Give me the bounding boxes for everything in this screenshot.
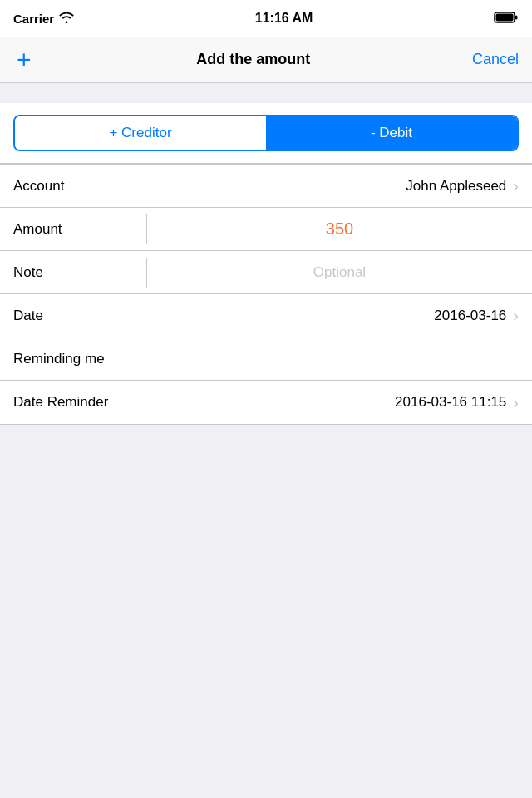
status-left: Carrier	[13, 12, 74, 26]
date-chevron-icon: ›	[513, 306, 519, 325]
date-reminder-chevron-icon: ›	[513, 393, 519, 412]
svg-rect-1	[515, 15, 517, 19]
account-label: Account	[13, 178, 146, 195]
battery-icon	[494, 11, 519, 27]
account-chevron-icon: ›	[513, 176, 519, 195]
account-row[interactable]: Account John Appleseed ›	[0, 165, 532, 208]
top-spacer	[0, 83, 532, 103]
add-button[interactable]: +	[13, 47, 35, 72]
account-value: John Appleseed	[146, 178, 506, 195]
time-label: 11:16 AM	[255, 11, 313, 26]
form-section: Account John Appleseed › Amount 350 Note…	[0, 164, 532, 425]
date-value: 2016-03-16	[146, 308, 506, 324]
reminding-label: Reminding me	[13, 351, 146, 367]
debit-segment-button[interactable]: - Debit	[266, 116, 517, 150]
note-divider	[146, 258, 147, 288]
date-reminder-value: 2016-03-16 11:15	[146, 394, 506, 411]
reminding-row: Reminding me	[0, 337, 532, 381]
segmented-control: + Creditor - Debit	[13, 115, 519, 151]
nav-title: Add the amount	[196, 51, 310, 68]
date-reminder-row[interactable]: Date Reminder 2016-03-16 11:15 ›	[0, 381, 532, 424]
bottom-spacer	[0, 425, 532, 591]
note-input[interactable]	[160, 264, 519, 281]
svg-rect-2	[495, 13, 513, 21]
wifi-icon	[59, 12, 74, 26]
status-bar: Carrier 11:16 AM	[0, 0, 532, 37]
nav-bar: + Add the amount Cancel	[0, 37, 532, 83]
segmented-control-wrapper: + Creditor - Debit	[0, 103, 532, 164]
note-row[interactable]: Note	[0, 251, 532, 294]
carrier-label: Carrier	[13, 12, 54, 26]
date-row[interactable]: Date 2016-03-16 ›	[0, 294, 532, 337]
cancel-button[interactable]: Cancel	[472, 51, 519, 68]
amount-divider	[146, 214, 147, 244]
date-label: Date	[13, 308, 146, 324]
creditor-segment-button[interactable]: + Creditor	[15, 116, 266, 150]
amount-row[interactable]: Amount 350	[0, 208, 532, 251]
date-reminder-label: Date Reminder	[13, 394, 146, 411]
amount-value: 350	[160, 219, 519, 239]
note-label: Note	[13, 264, 146, 281]
amount-label: Amount	[13, 221, 146, 238]
